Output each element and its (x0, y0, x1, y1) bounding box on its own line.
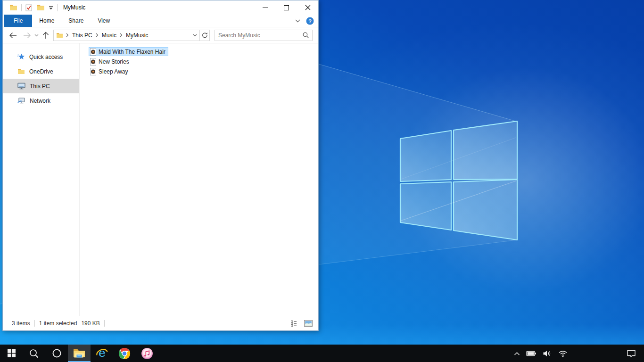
taskbar-file-explorer-button[interactable] (68, 345, 91, 362)
file-row-new-stories[interactable]: New Stories (89, 57, 132, 66)
search-icon (29, 349, 39, 358)
file-explorer-window: MyMusic File Home Share View ? (2, 0, 319, 331)
windows-logo-icon (8, 349, 16, 357)
forward-button[interactable] (21, 29, 33, 41)
itunes-button[interactable] (136, 345, 158, 362)
address-bar[interactable]: This PC Music MyMusic (53, 30, 210, 41)
internet-explorer-icon: e (96, 347, 108, 360)
maximize-icon (284, 5, 289, 10)
tab-share[interactable]: Share (61, 15, 91, 27)
maximize-button[interactable] (276, 0, 297, 15)
this-pc-monitor-icon (17, 82, 25, 90)
arrow-left-icon (9, 32, 17, 39)
screen: MyMusic File Home Share View ? (0, 0, 644, 362)
file-row-sleep-away[interactable]: Sleep Away (89, 67, 131, 76)
title-bar: MyMusic (3, 0, 318, 15)
search-icon[interactable] (303, 32, 309, 38)
recent-locations-dropdown[interactable] (33, 29, 40, 41)
qat-separator (57, 4, 58, 11)
tab-view[interactable]: View (91, 15, 117, 27)
back-button[interactable] (7, 29, 18, 41)
volume-icon (543, 350, 552, 357)
breadcrumb-item-mymusic[interactable]: MyMusic (124, 30, 150, 41)
network-indicator[interactable] (557, 350, 569, 357)
statusbar-separator (104, 320, 105, 327)
file-name: New Stories (99, 58, 129, 65)
chrome-icon (118, 347, 131, 360)
cortana-circle-icon (52, 349, 61, 358)
chevron-down-icon (34, 34, 39, 37)
music-file-icon (90, 58, 96, 66)
up-button[interactable] (40, 29, 51, 41)
expand-ribbon-chevron-icon[interactable] (295, 19, 300, 23)
address-folder-icon (54, 33, 65, 38)
refresh-button[interactable] (200, 30, 209, 41)
file-name: Sleep Away (99, 68, 128, 75)
details-view-button[interactable] (289, 319, 300, 328)
taskbar-search-button[interactable] (23, 345, 45, 362)
sidebar-item-network[interactable]: Network (3, 93, 79, 108)
volume-indicator[interactable] (541, 350, 553, 357)
refresh-icon (202, 32, 208, 38)
items-count: 3 items (12, 320, 30, 327)
file-row-maid-with-the-flaxen-hair[interactable]: Maid With The Flaxen Hair (89, 47, 168, 56)
selection-count: 1 item selected (39, 320, 77, 327)
search-box[interactable] (215, 30, 313, 41)
address-bar-right (190, 30, 209, 41)
quick-access-star-icon (17, 53, 25, 60)
sidebar-item-label: OneDrive (29, 68, 53, 75)
search-input[interactable] (218, 32, 303, 39)
file-explorer-icon (73, 348, 85, 358)
sidebar-item-onedrive[interactable]: OneDrive (3, 64, 79, 79)
selection-size: 190 KB (81, 320, 99, 327)
minimize-button[interactable] (255, 0, 276, 15)
action-center-icon (627, 349, 636, 358)
properties-qat-icon[interactable] (25, 3, 33, 12)
chrome-button[interactable] (113, 345, 136, 362)
window-controls (255, 0, 318, 15)
sidebar-item-this-pc[interactable]: This PC (3, 79, 79, 93)
onedrive-folder-icon (17, 68, 25, 74)
help-icon[interactable]: ? (306, 17, 314, 25)
breadcrumb-item-this-pc[interactable]: This PC (70, 30, 95, 41)
chevron-up-icon (514, 352, 520, 355)
internet-explorer-button[interactable]: e (91, 345, 113, 362)
file-list: Maid With The Flaxen Hair New Stories (80, 43, 318, 316)
navigation-pane: Quick access OneDrive This PC (3, 43, 80, 316)
navigation-bar: This PC Music MyMusic (3, 27, 318, 43)
tab-file[interactable]: File (4, 15, 32, 27)
new-folder-qat-icon[interactable] (36, 3, 46, 12)
sidebar-item-label: Network (30, 98, 50, 104)
sidebar-item-label: Quick access (29, 54, 63, 60)
arrow-right-icon (23, 32, 31, 39)
explorer-app-icon (8, 3, 18, 12)
close-icon (305, 5, 311, 10)
breadcrumb-chevron-icon (95, 33, 99, 37)
action-center-button[interactable] (625, 349, 637, 358)
cortana-button[interactable] (45, 345, 68, 362)
arrow-up-icon (42, 32, 49, 39)
start-button[interactable] (0, 345, 23, 362)
qat-separator (21, 4, 22, 11)
music-file-icon (90, 68, 96, 75)
view-toggle-buttons (289, 319, 314, 328)
customize-qat-dropdown-icon[interactable] (48, 5, 54, 11)
chevron-down-icon (193, 34, 197, 37)
tab-home[interactable]: Home (32, 15, 61, 27)
system-tray (512, 345, 644, 362)
battery-indicator[interactable] (525, 350, 538, 357)
svg-text:?: ? (308, 18, 312, 24)
close-button[interactable] (297, 0, 318, 15)
itunes-icon (141, 347, 153, 360)
wifi-icon (558, 350, 568, 357)
sidebar-item-quick-access[interactable]: Quick access (3, 49, 79, 64)
address-dropdown-button[interactable] (190, 30, 199, 41)
status-bar: 3 items 1 item selected 190 KB (3, 316, 318, 330)
large-icons-view-button[interactable] (303, 319, 314, 328)
main-content: Quick access OneDrive This PC (3, 43, 318, 316)
statusbar-separator (34, 320, 35, 327)
network-icon (17, 98, 25, 104)
thumbnail-view-icon (304, 320, 313, 327)
show-hidden-icons-button[interactable] (512, 352, 521, 355)
breadcrumb-item-music[interactable]: Music (99, 30, 119, 41)
